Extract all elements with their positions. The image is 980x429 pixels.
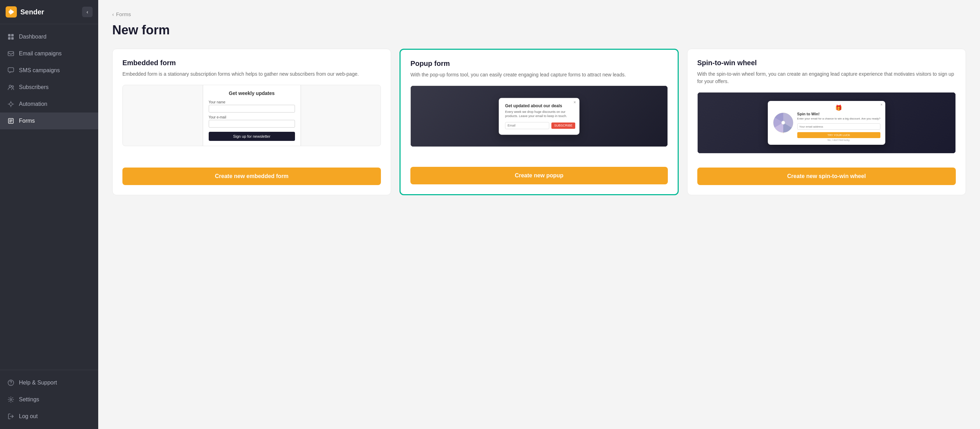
sidebar-item-label: Email campaigns [19, 51, 62, 57]
brand-name: Sender [20, 8, 44, 16]
sidebar-item-label: Forms [19, 118, 35, 124]
svg-point-15 [781, 121, 785, 124]
svg-rect-1 [8, 34, 11, 37]
logout-icon [7, 413, 15, 420]
svg-rect-3 [8, 37, 11, 40]
spin-to-win-card-body: Spin-to-win wheel With the spin-to-win w… [687, 49, 966, 160]
svg-point-13 [10, 399, 12, 400]
spin-to-win-card-title: Spin-to-win wheel [697, 59, 956, 67]
svg-rect-2 [11, 34, 14, 37]
popup-form-card-body: Popup form With the pop-up forms tool, y… [401, 50, 677, 160]
svg-point-7 [9, 85, 11, 87]
sidebar-item-settings[interactable]: Settings [0, 391, 98, 408]
breadcrumb: ‹ Forms [112, 11, 966, 17]
embedded-form-card-footer: Create new embedded form [113, 160, 391, 195]
sidebar-item-help[interactable]: Help & Support [0, 374, 98, 391]
popup-modal-subscribe-btn: SUBSCRIBE [551, 122, 575, 129]
subscribers-icon [7, 83, 15, 91]
spin-to-win-card: Spin-to-win wheel With the spin-to-win w… [687, 49, 966, 195]
create-spin-to-win-button[interactable]: Create new spin-to-win wheel [697, 168, 956, 185]
embedded-form-preview-widget: Get weekly updates Your name Your e-mail… [203, 85, 301, 146]
create-popup-form-button[interactable]: Create new popup [410, 167, 668, 184]
popup-preview-wrap: × Get updated about our deals Every week… [411, 86, 667, 147]
embedded-preview-email-label: Your e-mail [209, 115, 295, 119]
email-icon [7, 50, 15, 57]
popup-form-preview: × Get updated about our deals Every week… [410, 86, 668, 147]
svg-point-12 [11, 384, 11, 385]
spin-modal-text: Enter your email for a chance to win a b… [797, 117, 880, 121]
sidebar-item-forms[interactable]: Forms [0, 113, 98, 129]
spin-to-win-card-footer: Create new spin-to-win wheel [687, 160, 966, 195]
sidebar-bottom: Help & Support Settings Log out [0, 370, 98, 429]
spin-wheel-icon [773, 112, 794, 133]
spin-to-win-card-desc: With the spin-to-win wheel form, you can… [697, 70, 956, 85]
cards-grid: Embedded form Embedded form is a station… [112, 49, 966, 195]
sidebar-nav: Dashboard Email campaigns SMS campaigns [0, 24, 98, 370]
spin-modal-title: Spin to Win! [797, 112, 880, 116]
sidebar-header: Sender ‹ [0, 0, 98, 24]
main-content: ‹ Forms New form Embedded form Embedded … [98, 0, 980, 429]
sidebar-item-label: Automation [19, 101, 47, 107]
breadcrumb-link[interactable]: Forms [116, 11, 131, 17]
sidebar-item-subscribers[interactable]: Subscribers [0, 79, 98, 96]
sidebar-item-label: SMS campaigns [19, 67, 60, 74]
svg-rect-5 [8, 51, 14, 56]
sidebar-item-dashboard[interactable]: Dashboard [0, 29, 98, 45]
sidebar-item-label: Subscribers [19, 84, 48, 91]
sidebar-collapse-button[interactable]: ‹ [82, 7, 92, 17]
embedded-form-card-desc: Embedded form is a stationary subscripti… [123, 70, 381, 78]
sms-icon [7, 67, 15, 74]
popup-modal-title: Get updated about our deals [505, 103, 573, 108]
breadcrumb-chevron-icon: ‹ [112, 11, 114, 17]
sidebar-item-label: Log out [19, 413, 38, 419]
popup-modal-text: Every week we drop huge discounts on our… [505, 110, 573, 118]
sender-logo-icon [6, 6, 17, 17]
spin-to-win-preview: × [697, 92, 956, 154]
svg-point-8 [12, 86, 14, 87]
sidebar: Sender ‹ Dashboard [0, 0, 98, 429]
sidebar-item-label: Help & Support [19, 380, 57, 386]
embedded-preview-name-input [209, 105, 295, 113]
page-title: New form [112, 23, 966, 38]
svg-point-9 [10, 103, 12, 105]
forms-icon [7, 117, 15, 125]
popup-modal-row: SUBSCRIBE [505, 122, 573, 129]
popup-form-card-desc: With the pop-up forms tool, you can easi… [410, 71, 668, 78]
sidebar-item-label: Settings [19, 396, 39, 403]
spin-modal-no-thanks: No, I don't feel lucky. [797, 139, 880, 141]
sidebar-item-label: Dashboard [19, 33, 46, 40]
embedded-form-card: Embedded form Embedded form is a station… [112, 49, 391, 195]
settings-icon [7, 396, 15, 404]
create-embedded-form-button[interactable]: Create new embedded form [123, 168, 381, 185]
sidebar-item-automation[interactable]: Automation [0, 96, 98, 113]
embedded-form-card-body: Embedded form Embedded form is a station… [113, 49, 391, 160]
popup-form-card-title: Popup form [410, 60, 668, 68]
svg-rect-6 [8, 68, 14, 72]
embedded-form-card-title: Embedded form [123, 59, 381, 67]
spin-modal-content: 🎁 Spin to Win! Enter your email for a ch… [797, 105, 880, 141]
embedded-preview-email-input [209, 120, 295, 127]
embedded-preview-title: Get weekly updates [209, 91, 295, 96]
popup-modal: × Get updated about our deals Every week… [499, 98, 579, 135]
embedded-form-preview: Get weekly updates Your name Your e-mail… [123, 85, 381, 146]
spin-modal: × [768, 101, 885, 145]
spin-preview-wrap: × [698, 92, 955, 154]
help-icon [7, 379, 15, 386]
popup-form-card-footer: Create new popup [401, 160, 677, 194]
embedded-preview-name-label: Your name [209, 100, 295, 104]
grid-icon [7, 33, 15, 41]
sidebar-item-email-campaigns[interactable]: Email campaigns [0, 45, 98, 62]
popup-form-card: Popup form With the pop-up forms tool, y… [399, 49, 678, 195]
embedded-preview-submit-btn: Sign up for newsletter [209, 132, 295, 141]
svg-rect-4 [11, 37, 14, 40]
sidebar-item-sms-campaigns[interactable]: SMS campaigns [0, 62, 98, 79]
sidebar-brand: Sender [6, 6, 44, 17]
automation-icon [7, 100, 15, 108]
close-icon: × [573, 100, 576, 105]
popup-modal-email-input [505, 122, 549, 129]
close-icon: × [880, 103, 883, 106]
spin-modal-email-input [797, 123, 880, 130]
spin-modal-try-btn: TRY YOUR LUCK [797, 132, 880, 138]
sidebar-item-logout[interactable]: Log out [0, 408, 98, 425]
gift-icon: 🎁 [797, 105, 880, 111]
